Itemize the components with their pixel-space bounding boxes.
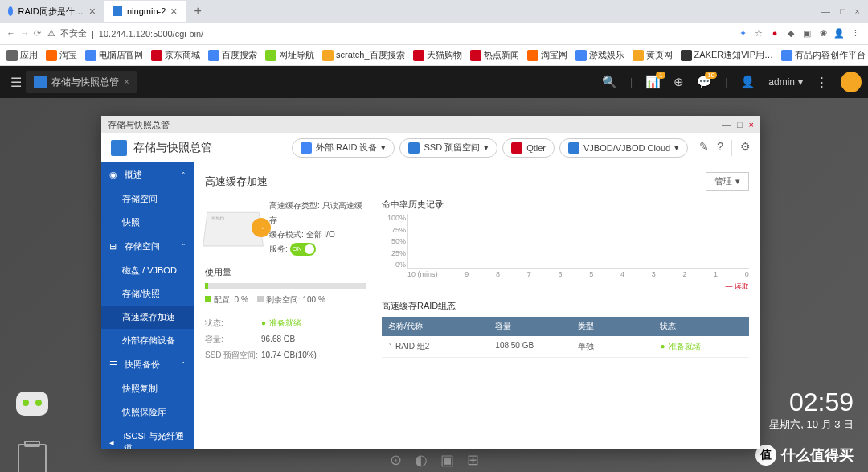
mascot-icon[interactable] [12, 392, 52, 432]
user-icon[interactable]: 👤 [740, 75, 755, 89]
browser-tab[interactable]: RAID同步是什么意思_百度搜索 × [0, 1, 104, 22]
ext-icon[interactable]: ✦ [736, 28, 749, 39]
reserved-label: SSD 预留空间: [205, 347, 261, 363]
activity-icon[interactable]: ⊕ [674, 75, 684, 89]
clock-date: 星期六, 10 月 3 日 [769, 417, 854, 432]
close-icon[interactable]: × [124, 76, 129, 88]
bookmark-item[interactable]: scratch_百度搜索 [322, 49, 405, 61]
close-icon[interactable]: × [170, 5, 177, 18]
hit-rate-chart: 100% 75% 50% 25% 0% 10 (mins)9876543210 [382, 214, 749, 278]
bookmark-item[interactable]: 网址导航 [265, 49, 314, 61]
sidebar-item-storage-space[interactable]: 存储空间 [101, 187, 194, 211]
ssd-reserved-dropdown[interactable]: SSD 预留空间▾ [399, 138, 497, 158]
more-icon[interactable]: ⋮ [816, 75, 828, 89]
bookmark-item[interactable]: 天猫购物 [413, 49, 462, 61]
url-field[interactable]: ⚠ 不安全 | 10.244.1.120:5000/cgi-bin/ [47, 27, 730, 39]
help-icon[interactable]: ? [717, 140, 723, 156]
expand-icon[interactable]: ˅ [388, 342, 392, 351]
sidebar-group-snapshot-backup[interactable]: ☰快照备份˄ [101, 352, 194, 377]
chevron-up-icon: ˄ [182, 361, 186, 369]
vjbod-dropdown[interactable]: VJBOD/VJBOD Cloud▾ [559, 138, 688, 158]
trash-icon[interactable] [18, 444, 47, 472]
sidebar-item-cache-acceleration[interactable]: 高速缓存加速 [101, 306, 194, 329]
hamburger-icon[interactable]: ☰ [6, 75, 26, 90]
th-type: 类型 [578, 321, 661, 332]
sidebar-group-storage[interactable]: ⊞存储空间˄ [101, 234, 194, 259]
bookmark-item[interactable]: 电脑店官网 [85, 49, 143, 61]
help-icon[interactable] [841, 72, 862, 92]
sidebar: ◉概述˄ 存储空间 快照 ⊞存储空间˄ 磁盘 / VJBOD 存储/快照 高速缓… [101, 162, 194, 449]
forward-icon[interactable]: → [20, 28, 29, 39]
qtier-button[interactable]: Qtier [502, 138, 555, 158]
overview-icon: ◉ [109, 170, 120, 180]
user-dropdown[interactable]: admin▾ [768, 76, 803, 88]
sidebar-group-overview[interactable]: ◉概述˄ [101, 162, 194, 187]
bookmark-item[interactable]: 淘宝 [46, 49, 77, 61]
maximize-icon[interactable]: □ [840, 6, 845, 16]
ext-icon[interactable]: ☆ [752, 28, 765, 39]
window-titlebar[interactable]: 存储与快照总管 — □ × [101, 116, 760, 133]
dashboard-icon[interactable]: 📊1 [645, 75, 661, 89]
ext-icon[interactable]: ❀ [817, 28, 829, 39]
usage-legend: 配置: 0 % 剩余空间: 100 % [205, 294, 366, 306]
ext-icon[interactable]: ▣ [800, 28, 813, 39]
bookmark-item[interactable]: 游戏娱乐 [575, 49, 624, 61]
clock-time: 02:59 [769, 388, 854, 417]
sidebar-group-iscsi[interactable]: ◂iSCSI 与光纤通道 [101, 424, 194, 449]
minimize-icon[interactable]: — [821, 6, 830, 16]
dock-icon[interactable]: ⊙ [390, 451, 402, 469]
sidebar-item-snapshot[interactable]: 快照 [101, 211, 194, 234]
search-icon[interactable]: 🔍 [602, 75, 617, 89]
apps-button[interactable]: 应用 [6, 49, 38, 61]
bookmark-item[interactable]: 京东商城 [151, 49, 200, 61]
app-tab-title: 存储与快照总管 [51, 76, 119, 89]
minimize-icon[interactable]: — [722, 120, 731, 129]
sidebar-item-snapshot-vault[interactable]: 快照保险库 [101, 400, 194, 424]
dock-icon[interactable]: ▣ [440, 451, 454, 469]
url-text: 10.244.1.120:5000/cgi-bin/ [99, 29, 203, 39]
security-label: 不安全 [60, 27, 87, 39]
bookmark-item[interactable]: ZAKER通知VIP用… [681, 49, 773, 61]
td-type: 单独 [578, 341, 661, 352]
ext-icon[interactable]: ◆ [784, 28, 797, 39]
bookmark-item[interactable]: 百度搜索 [208, 49, 257, 61]
chart-grid [407, 214, 749, 269]
notification-icon[interactable]: 💬10 [697, 75, 712, 89]
dock-icon[interactable]: ⊞ [467, 451, 479, 469]
tab-title: RAID同步是什么意思_百度搜索 [18, 6, 84, 18]
ext-icon[interactable]: ● [768, 28, 781, 39]
bookmark-item[interactable]: 有品内容创作平台 [781, 49, 866, 61]
chevron-up-icon: ˄ [182, 243, 186, 251]
status-label: 状态: [205, 315, 261, 331]
close-icon[interactable]: × [89, 5, 96, 18]
table-row[interactable]: ˅RAID 组2 108.50 GB 单独 准备就绪 [382, 336, 749, 358]
sidebar-item-snapshot-replica[interactable]: 快照复制 [101, 377, 194, 400]
extension-icons: ✦ ☆ ● ◆ ▣ ❀ 👤 ⋮ [736, 28, 862, 39]
menu-icon[interactable]: ⋮ [849, 28, 862, 39]
tab-title: ningmin-2 [127, 6, 166, 16]
close-icon[interactable]: × [749, 120, 754, 129]
profile-icon[interactable]: 👤 [833, 28, 845, 39]
sidebar-item-disk-vjbod[interactable]: 磁盘 / VJBOD [101, 259, 194, 282]
new-tab-button[interactable]: + [186, 4, 210, 18]
desktop-clock: 02:59 星期六, 10 月 3 日 [769, 388, 854, 432]
close-icon[interactable]: × [855, 6, 860, 16]
external-raid-dropdown[interactable]: 外部 RAID 设备▾ [292, 138, 395, 158]
window-title: 存储与快照总管 [108, 119, 170, 131]
manage-dropdown[interactable]: 管理▾ [706, 172, 749, 191]
wand-icon[interactable]: ✎ [699, 140, 709, 156]
bookmark-item[interactable]: 黄页网 [633, 49, 673, 61]
sidebar-item-external-storage[interactable]: 外部存储设备 [101, 329, 194, 352]
cache-mode-value: 全部 I/O [306, 230, 335, 239]
reload-icon[interactable]: ⟳ [34, 28, 41, 39]
gear-icon[interactable]: ⚙ [740, 140, 751, 156]
topbar-app-tab[interactable]: 存储与快照总管 × [26, 71, 137, 93]
bookmark-item[interactable]: 淘宝网 [527, 49, 567, 61]
browser-tab-active[interactable]: ningmin-2 × [104, 1, 186, 22]
bookmark-item[interactable]: 热点新闻 [470, 49, 519, 61]
sidebar-item-storage-snapshot[interactable]: 存储/快照 [101, 282, 194, 306]
back-icon[interactable]: ← [6, 28, 15, 39]
service-toggle[interactable] [290, 243, 316, 256]
maximize-icon[interactable]: □ [737, 120, 743, 129]
dock-icon[interactable]: ◐ [415, 451, 428, 469]
